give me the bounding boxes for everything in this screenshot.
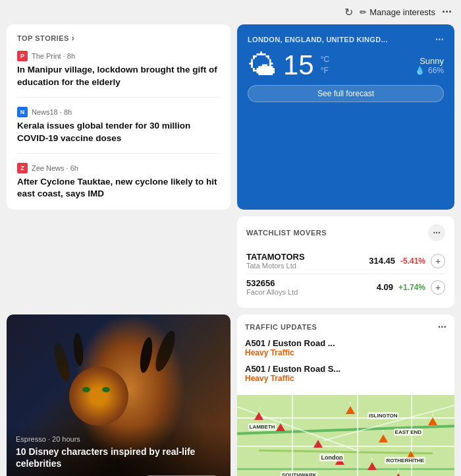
stock-name-block: TATAMOTORS Tata Motors Ltd [246, 252, 305, 270]
watchlist-title: WATCHLIST MOVERS [246, 229, 327, 237]
disney-card[interactable]: Espresso · 20 hours 10 Disney characters… [7, 314, 230, 476]
unit-celsius[interactable]: °C [321, 54, 329, 65]
disney-overlay: Espresso · 20 hours 10 Disney characters… [7, 425, 230, 476]
weather-location: LONDON, ENGLAND, UNITED KINGD... [248, 36, 388, 44]
stock-change-2: +1.74% [398, 283, 425, 292]
weather-right: Sunny 💧 66% [415, 56, 444, 75]
map-southwark-label: SOUTHWARK [281, 471, 317, 476]
disney-headline: 10 Disney characters inspired by real-li… [16, 446, 221, 471]
stock-price-2: 4.09 [377, 282, 393, 292]
top-stories-header[interactable]: TOP STORIES › [17, 34, 220, 43]
map-east-end-label: EAST END [394, 429, 423, 436]
weather-card: LONDON, ENGLAND, UNITED KINGD... ··· 🌤 1… [237, 24, 454, 210]
source-meta-1: The Print · 8h [32, 52, 75, 60]
scar-eye-right [102, 387, 110, 392]
source-logo-print: P [17, 51, 28, 61]
stock-item: 532656 Facor Alloys Ltd 4.09 +1.74% + [246, 274, 445, 300]
news-headline-1[interactable]: In Manipur village, lockdown brought the… [17, 64, 220, 89]
unit-fahrenheit[interactable]: °F [321, 65, 329, 76]
map-road-green-3 [237, 468, 454, 470]
stock-price-1: 314.45 [369, 256, 395, 266]
refresh-icon[interactable]: ↻ [344, 6, 353, 18]
traffic-more-icon[interactable]: ··· [438, 321, 447, 333]
route-status-2: Heavy Traffic [245, 374, 447, 383]
pencil-icon: ✏ [360, 7, 367, 17]
route-status-1: Heavy Traffic [245, 348, 447, 357]
route-name-2[interactable]: A501 / Euston Road S... [245, 364, 447, 374]
stock-add-button-2[interactable]: + [431, 280, 445, 295]
weather-temperature: 15 [283, 49, 314, 80]
manage-interests-button[interactable]: ✏ Manage interests [360, 7, 435, 17]
map-islington-label: ISLINGTON [367, 412, 398, 419]
stock-add-button-1[interactable]: + [431, 254, 445, 268]
weather-unit: °C °F [321, 54, 329, 76]
humidity-value: 66% [428, 66, 444, 75]
warning-red-5: ! [367, 462, 377, 470]
weather-humidity: 💧 66% [415, 66, 444, 75]
stock-price-block-2: 4.09 +1.74% + [377, 280, 445, 295]
more-options-icon[interactable]: ··· [442, 5, 452, 19]
weather-temp-block: 15 [283, 51, 314, 79]
manage-interests-label: Manage interests [369, 7, 435, 17]
disney-background: Espresso · 20 hours 10 Disney characters… [7, 314, 230, 476]
bottom-row: Espresso · 20 hours 10 Disney characters… [0, 314, 461, 476]
weather-more-icon[interactable]: ··· [435, 34, 444, 45]
disney-source: Espresso · 20 hours [16, 435, 221, 443]
news-item: Z Zee News · 6h After Cyclone Tauktae, n… [17, 163, 220, 201]
traffic-route-2: A501 / Euston Road S... Heavy Traffic [245, 364, 447, 383]
top-stories-label: TOP STORIES [17, 34, 69, 42]
warning-red-3: ! [313, 440, 323, 448]
source-meta-3: Zee News · 6h [32, 164, 78, 172]
source-logo-zee: Z [17, 163, 28, 173]
warning-red-6: ! [394, 473, 403, 476]
main-content: TOP STORIES › P The Print · 8h In Manipu… [0, 24, 461, 314]
stock-name-block: 532656 Facor Alloys Ltd [246, 278, 298, 296]
forecast-button[interactable]: See full forecast [248, 85, 444, 102]
top-stories-card: TOP STORIES › P The Print · 8h In Manipu… [7, 24, 230, 210]
warning-orange-1: ! [346, 406, 355, 414]
top-stories-chevron: › [72, 34, 75, 43]
news-source-row: N News18 · 8h [17, 107, 220, 117]
source-logo-news18: N [17, 107, 28, 117]
warning-red-2: ! [276, 423, 285, 431]
map-lambeth-label: LAMBETH [248, 423, 277, 431]
traffic-title: TRAFFIC UPDATES [245, 323, 317, 331]
stock-ticker-1[interactable]: TATAMOTORS [246, 252, 305, 262]
scar-eye-left [82, 387, 90, 392]
stock-change-1: -5.41% [400, 256, 425, 266]
map-road-v-1 [292, 395, 293, 476]
stock-price-block-1: 314.45 -5.41% + [369, 254, 445, 268]
map-rotherhithe-label: ROTHERHITHE [385, 457, 425, 464]
weather-condition: Sunny [415, 56, 444, 66]
traffic-header: TRAFFIC UPDATES ··· [237, 314, 454, 338]
map-london-label: London [319, 454, 344, 461]
stock-fullname-2: Facor Alloys Ltd [246, 288, 298, 296]
warning-orange-2: ! [379, 434, 388, 442]
news-item: N News18 · 8h Kerala issues global tende… [17, 107, 220, 154]
humidity-drop-icon: 💧 [415, 66, 425, 75]
traffic-card: TRAFFIC UPDATES ··· A501 / Euston Road .… [237, 314, 454, 476]
news-headline-2[interactable]: Kerala issues global tender for 30 milli… [17, 120, 220, 145]
weather-main: 🌤 15 °C °F Sunny 💧 66% [248, 51, 444, 80]
watchlist-card: WATCHLIST MOVERS ··· TATAMOTORS Tata Mot… [237, 216, 454, 308]
news-item: P The Print · 8h In Manipur village, loc… [17, 51, 220, 98]
source-meta-2: News18 · 8h [32, 108, 72, 116]
stock-fullname-1: Tata Motors Ltd [246, 262, 305, 270]
stock-item: TATAMOTORS Tata Motors Ltd 314.45 -5.41%… [246, 248, 445, 274]
watchlist-header: WATCHLIST MOVERS ··· [246, 224, 445, 241]
map-road-v-2 [357, 395, 358, 476]
news-headline-3[interactable]: After Cyclone Tauktae, new cyclone likel… [17, 176, 220, 201]
news-source-row: P The Print · 8h [17, 51, 220, 61]
weather-header: LONDON, ENGLAND, UNITED KINGD... ··· [248, 34, 444, 45]
top-bar: ↻ ✏ Manage interests ··· [0, 0, 461, 24]
warning-orange-4: ! [428, 417, 437, 425]
weather-sun-icon: 🌤 [248, 51, 277, 80]
traffic-routes: A501 / Euston Road ... Heavy Traffic A50… [237, 338, 454, 395]
stock-ticker-2[interactable]: 532656 [246, 278, 298, 288]
traffic-map[interactable]: ! ! ! ! ! ! ! ! [237, 395, 454, 476]
watchlist-more-icon[interactable]: ··· [428, 224, 445, 241]
route-name-1[interactable]: A501 / Euston Road ... [245, 338, 447, 348]
traffic-route-1: A501 / Euston Road ... Heavy Traffic [245, 338, 447, 357]
scar-face [69, 367, 128, 426]
warning-red-1: ! [254, 412, 263, 420]
